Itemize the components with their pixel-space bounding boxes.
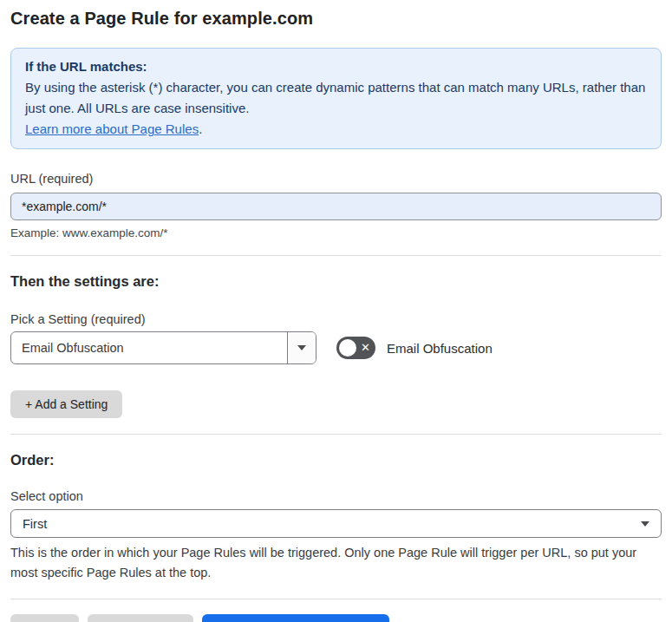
chevron-down-icon bbox=[641, 521, 649, 527]
footer-actions: Cancel Save as Draft Save and Deploy Pag… bbox=[10, 614, 662, 622]
divider bbox=[10, 599, 662, 599]
setting-picker-label: Pick a Setting (required) bbox=[10, 312, 662, 326]
chevron-down-icon bbox=[297, 345, 306, 350]
url-field-label: URL (required) bbox=[10, 172, 662, 186]
settings-section-heading: Then the settings are: bbox=[10, 273, 662, 290]
divider bbox=[10, 255, 662, 256]
order-select-value: First bbox=[23, 517, 47, 531]
info-box-body: By using the asterisk (*) character, you… bbox=[25, 77, 647, 119]
order-description: This is the order in which your Page Rul… bbox=[10, 543, 662, 583]
info-box-heading: If the URL matches: bbox=[25, 56, 647, 77]
x-icon: ✕ bbox=[361, 342, 370, 353]
email-obfuscation-toggle[interactable]: ✕ bbox=[336, 337, 375, 359]
create-page-rule-form: Create a Page Rule for example.com If th… bbox=[0, 9, 672, 622]
cancel-button[interactable]: Cancel bbox=[10, 614, 79, 622]
page-title: Create a Page Rule for example.com bbox=[10, 9, 662, 29]
learn-more-link[interactable]: Learn more about Page Rules bbox=[25, 121, 199, 136]
setting-select-value: Email Obfuscation bbox=[11, 332, 287, 363]
divider bbox=[10, 434, 662, 435]
info-box-link-line: Learn more about Page Rules. bbox=[25, 119, 647, 140]
order-section-heading: Order: bbox=[10, 452, 662, 468]
add-setting-button[interactable]: + Add a Setting bbox=[10, 390, 122, 418]
setting-row: Email Obfuscation ✕ Email Obfuscation bbox=[10, 331, 662, 364]
url-field-hint: Example: www.example.com/* bbox=[10, 226, 662, 239]
setting-select-arrow-button[interactable] bbox=[287, 332, 316, 363]
url-match-info-box: If the URL matches: By using the asteris… bbox=[10, 48, 662, 149]
toggle-knob bbox=[339, 339, 356, 357]
save-and-deploy-button[interactable]: Save and Deploy Page Rule bbox=[202, 614, 389, 622]
save-as-draft-button[interactable]: Save as Draft bbox=[88, 614, 193, 622]
link-period: . bbox=[199, 121, 202, 136]
setting-select-dropdown[interactable]: Email Obfuscation bbox=[10, 331, 316, 364]
toggle-label: Email Obfuscation bbox=[387, 341, 493, 356]
url-input[interactable] bbox=[10, 193, 662, 220]
order-select-label: Select option bbox=[10, 489, 662, 503]
order-select-dropdown[interactable]: First bbox=[10, 509, 662, 538]
